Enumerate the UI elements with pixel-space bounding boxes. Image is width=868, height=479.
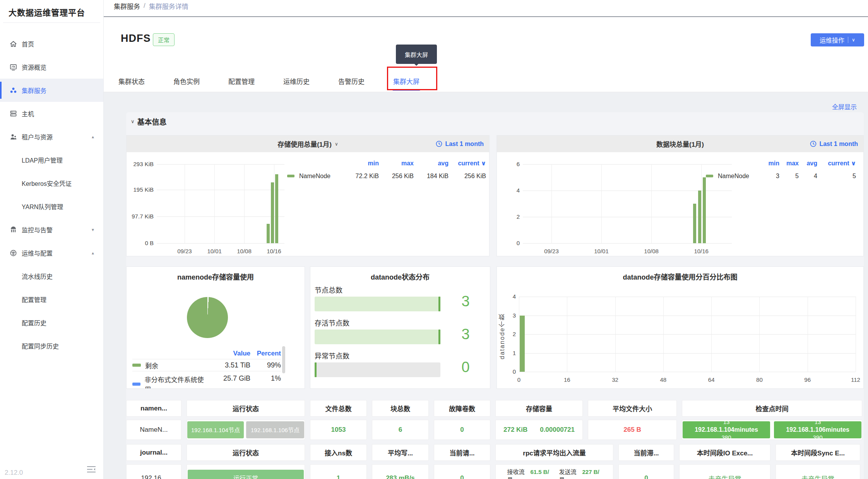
namenode-header-col-3: 文件总数 (310, 400, 367, 417)
sidebar-item-LDAP用户管理[interactable]: LDAP用户管理 (0, 148, 103, 172)
series-marker (132, 383, 140, 386)
tab-4[interactable]: 运维历史 (283, 76, 310, 91)
sidebar-item-label: 运维与配置 (22, 248, 53, 258)
datanode-metric-value: 0 (452, 359, 479, 376)
datanode-metric-3: 异常节点数0 (315, 350, 486, 379)
sidebar-item-monitor[interactable]: 监控与告警▼ (0, 218, 103, 241)
sidebar-item-home[interactable]: 首页 (0, 32, 103, 55)
legend-sort-avg[interactable]: avg (799, 160, 817, 167)
sidebar-item-流水线历史[interactable]: 流水线历史 (0, 264, 103, 288)
tab-2[interactable]: 角色实例 (173, 76, 200, 91)
cell-sync-exception: 未产生异常 (776, 464, 860, 479)
pie-legend-sort-percent[interactable]: Percent (250, 350, 281, 357)
tab-5[interactable]: 告警历史 (338, 76, 365, 91)
x-axis-tick: 96 (794, 376, 821, 383)
legend-sort-min[interactable]: min (343, 160, 379, 167)
panel-namenode-storage: namenode存储容量使用 ValuePercent剩余3.51 TiB99%… (126, 266, 305, 389)
panel-storage-usage-title[interactable]: 存储使用总量(1月) (277, 139, 332, 149)
ops-actions-button[interactable]: 运维操作 ∨ (811, 33, 864, 46)
pie-legend-header: ValuePercent (132, 348, 281, 359)
series-label: NameNode (299, 173, 330, 180)
breadcrumb-service-detail: 集群服务详情 (149, 1, 188, 11)
legend-sort-current[interactable]: current ∨ (817, 160, 856, 167)
app-version: 2.12.0 (5, 469, 23, 477)
panel-datanode-status: datanode状态分布 节点总数3存活节点数3异常节点数0 (310, 266, 490, 389)
sidebar-item-配置同步历史[interactable]: 配置同步历史 (0, 334, 103, 357)
time-range-selector[interactable]: Last 1 month (810, 136, 858, 152)
legend-sort-max[interactable]: max (379, 160, 414, 167)
sidebar-item-YARN队列管理[interactable]: YARN队列管理 (0, 195, 103, 218)
gridline (519, 372, 856, 372)
sidebar-item-配置管理[interactable]: 配置管理 (0, 288, 103, 311)
sidebar-collapse-icon[interactable] (86, 465, 96, 475)
y-axis-tick: 6 (496, 161, 520, 167)
pie-legend-name: 剩余 (132, 361, 206, 370)
legend-value: 4 (799, 173, 817, 180)
y-axis-tick: 0 (496, 368, 516, 375)
gridline (519, 316, 856, 316)
x-axis-tick: 64 (698, 376, 725, 383)
legend-sort-current[interactable]: current ∨ (449, 160, 486, 167)
datanode-metric-value: 3 (452, 326, 479, 343)
sidebar-item-配置历史[interactable]: 配置历史 (0, 311, 103, 334)
sidebar-item-label: 主机 (22, 109, 34, 118)
sidebar-item-tenant[interactable]: 租户与资源▲ (0, 125, 103, 148)
journalnode-table-header: journal...运行状态接入ns数平均写...当前请...rpc请求平均出入… (126, 444, 860, 461)
chart-bar (275, 174, 278, 243)
cell-io-exception: 未产生异常 (679, 464, 770, 479)
legend-value: 184 KiB (414, 173, 449, 180)
legend-sort-min[interactable]: min (759, 160, 779, 167)
pie-legend-sort-value[interactable]: Value (206, 350, 250, 357)
legend-sort-avg[interactable]: avg (414, 160, 449, 167)
service-name: HDFS (121, 33, 151, 45)
sidebar-item-host[interactable]: 主机 (0, 102, 103, 125)
chart-bar (271, 182, 274, 243)
progress-marker (315, 362, 317, 377)
slice-label: 非分布式文件系统使用 (145, 374, 206, 389)
journalnode-header-col-3: 接入ns数 (310, 444, 367, 461)
namenode-header-col-2: 运行状态 (187, 400, 305, 417)
x-axis-tick: 0 (505, 376, 532, 383)
progress-marker (438, 330, 440, 344)
namenode-header-col-7: 平均文件大小 (588, 400, 677, 417)
section-basic-info[interactable]: ∨ 基本信息 (131, 116, 167, 127)
overview-icon (9, 63, 17, 71)
x-axis-tick: 10/08 (231, 248, 258, 254)
breadcrumb-cluster-services[interactable]: 集群服务 (114, 1, 140, 11)
legend-value: 256 KiB (379, 173, 414, 180)
legend-series-name: NameNode (287, 173, 343, 180)
page: 大数据运维管理平台 首页资源概览集群服务主机租户与资源▲LDAP用户管理Kerb… (0, 0, 868, 479)
sidebar-item-ops[interactable]: 运维与配置▲ (0, 241, 103, 264)
gridline (663, 297, 664, 372)
sidebar-item-overview[interactable]: 资源概览 (0, 55, 103, 79)
datanode-metric-2: 存活节点数3 (315, 318, 486, 347)
cell-file-total: 1053 (310, 420, 367, 440)
tab-6[interactable]: 集群大屏 (393, 76, 419, 91)
y-axis-tick: 195 KiB (129, 186, 154, 193)
chevron-down-icon: ∨ (852, 38, 855, 42)
sidebar-item-cluster[interactable]: 集群服务 (0, 79, 103, 102)
gridline (551, 164, 552, 243)
host-icon (9, 110, 17, 117)
clock-icon (810, 141, 817, 147)
legend-scrollbar[interactable] (282, 346, 285, 373)
y-axis-tick: 4 (496, 187, 520, 194)
tab-3[interactable]: 配置管理 (228, 76, 255, 91)
chevron-up-icon: ▲ (91, 251, 95, 255)
tab-1[interactable]: 集群状态 (118, 76, 145, 91)
legend-sort-max[interactable]: max (779, 160, 799, 167)
fullscreen-link[interactable]: 全屏显示 (832, 102, 857, 111)
sidebar-item-Kerberos安全凭证[interactable]: Kerberos安全凭证 (0, 172, 103, 195)
y-axis-tick: 3 (496, 312, 516, 319)
time-range-selector[interactable]: Last 1 month (436, 136, 484, 152)
sidebar-item-label: 租户与资源 (22, 132, 53, 141)
ops-icon (9, 249, 17, 257)
cell-journalnode-status: 运行正常 (187, 464, 305, 479)
breadcrumb-separator: / (144, 2, 146, 10)
storage-usage-chart: 293 KiB195 KiB97.7 KiB0 B09/2310/0110/08… (127, 152, 489, 256)
panel-block-total-title[interactable]: 数据块总量(1月) (656, 139, 704, 149)
status-chip-node-106: 192.168.1.106节点 (246, 421, 304, 438)
legend-series-name: NameNode (706, 173, 759, 180)
panel-storage-usage-header: 存储使用总量(1月) ∨ Last 1 month (127, 136, 489, 152)
panel-storage-usage: 存储使用总量(1月) ∨ Last 1 month 293 KiB195 KiB… (126, 135, 490, 256)
